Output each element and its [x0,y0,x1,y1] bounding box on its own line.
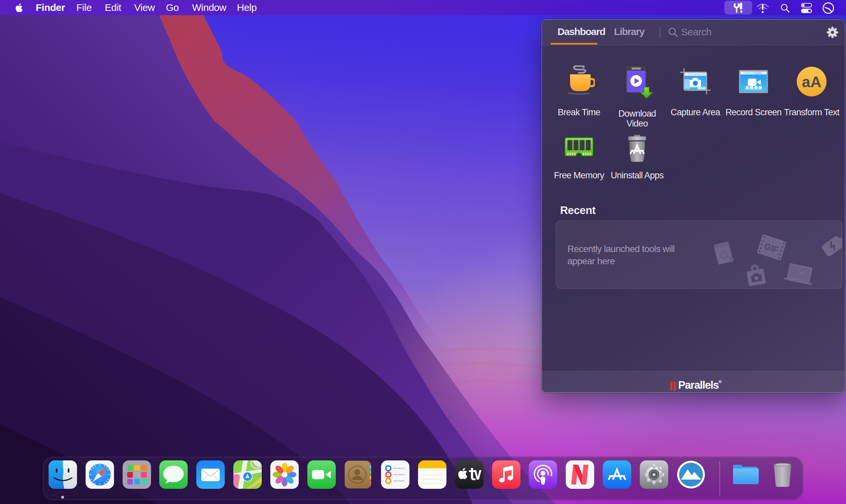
svg-text:aA: aA [802,73,822,90]
svg-text:www: www [631,66,641,71]
